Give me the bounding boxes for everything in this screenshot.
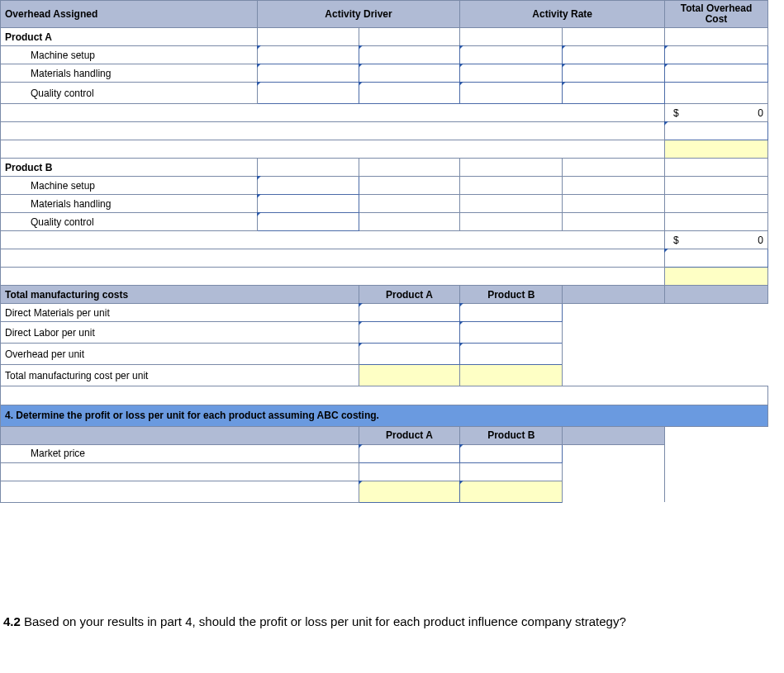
col-activity-rate: Activity Rate	[460, 1, 665, 28]
dollar-sym-b: $	[673, 235, 679, 246]
col-profit-blank2	[563, 426, 665, 444]
input-b-extra[interactable]	[665, 249, 768, 268]
col-profit-blank	[1, 426, 359, 444]
input-a-qc-rate1[interactable]	[460, 83, 563, 104]
row-a-materials-handling: Materials handling	[1, 64, 768, 83]
row-b-quality-control: Quality control	[1, 213, 768, 231]
input-b-ms-driver1[interactable]	[257, 177, 359, 195]
label-machine-setup-b: Machine setup	[1, 177, 258, 195]
row-a-machine-setup: Machine setup	[1, 46, 768, 64]
input-a-mh-total[interactable]	[665, 64, 768, 83]
col-total-mfg: Total manufacturing costs	[1, 286, 359, 304]
label-profit-result	[1, 481, 359, 502]
label-market-price: Market price	[1, 444, 359, 462]
result-profit-a[interactable]	[359, 481, 460, 502]
cell-a-qc-total	[665, 83, 768, 104]
col-mfg-blank1	[563, 286, 665, 304]
input-a-mh-rate2[interactable]	[563, 64, 665, 83]
input-mp-b[interactable]	[460, 444, 563, 462]
input-a-qc-rate2[interactable]	[563, 83, 665, 104]
row-b-yellow	[1, 268, 768, 286]
col-profit-a: Product A	[359, 426, 460, 444]
total-b-value: 0	[758, 235, 763, 246]
input-a-ms-driver2[interactable]	[359, 46, 460, 64]
input-a-mh-driver2[interactable]	[359, 64, 460, 83]
spacer	[1, 268, 665, 286]
input-b-mh-driver1[interactable]	[257, 195, 359, 213]
input-a-ms-total[interactable]	[665, 46, 768, 64]
input-oh-b[interactable]	[460, 344, 563, 365]
profit-header-row: Product A Product B	[1, 426, 768, 444]
question-4-2: 4.2 Based on your results in part 4, sho…	[3, 614, 784, 628]
mfg-costs-table: Total manufacturing costs Product A Prod…	[0, 285, 768, 405]
dollar-sym: $	[673, 107, 679, 119]
total-a-overhead: $ 0	[665, 104, 768, 122]
col-total-overhead-cost: Total Overhead Cost	[665, 1, 768, 28]
input-a-extra[interactable]	[665, 122, 768, 140]
input-dm-a[interactable]	[359, 304, 460, 322]
input-b-qc-driver1[interactable]	[257, 213, 359, 231]
label-materials-handling: Materials handling	[1, 64, 258, 83]
label-product-a: Product A	[1, 28, 258, 46]
label-direct-materials: Direct Materials per unit	[1, 304, 359, 322]
result-b-yellow	[665, 268, 768, 286]
cell-profit-blank-a	[359, 462, 460, 481]
section4-heading: 4. Determine the profit or loss per unit…	[1, 405, 768, 426]
row-a-quality-control: Quality control	[1, 83, 768, 104]
label-quality-control: Quality control	[1, 83, 258, 104]
input-a-mh-rate1[interactable]	[460, 64, 563, 83]
row-market-price: Market price	[1, 444, 768, 462]
col-overhead-assigned: Overhead Assigned	[1, 1, 258, 28]
input-a-qc-driver1[interactable]	[257, 83, 359, 104]
q42-text: Based on your results in part 4, should …	[21, 614, 626, 628]
row-product-a: Product A	[1, 28, 768, 46]
label-materials-handling-b: Materials handling	[1, 195, 258, 213]
row-a-blankinput	[1, 122, 768, 140]
label-profit-blank	[1, 462, 359, 481]
input-dl-b[interactable]	[460, 322, 563, 344]
row-a-subtotal: $ 0	[1, 104, 768, 122]
input-a-ms-rate2[interactable]	[563, 46, 665, 64]
spacer	[1, 104, 665, 122]
row-b-machine-setup: Machine setup	[1, 177, 768, 195]
total-b-overhead: $ 0	[665, 231, 768, 249]
col-activity-driver: Activity Driver	[257, 1, 460, 28]
col-mfg-b: Product B	[460, 286, 563, 304]
input-a-qc-driver2[interactable]	[359, 83, 460, 104]
col-mfg-blank2	[665, 286, 768, 304]
input-dl-a[interactable]	[359, 322, 460, 344]
result-tm-a	[359, 365, 460, 386]
row-b-blankinput	[1, 249, 768, 268]
total-a-value: 0	[758, 107, 763, 119]
row-b-subtotal: $ 0	[1, 231, 768, 249]
cell-profit-blank-b	[460, 462, 563, 481]
section4-row: 4. Determine the profit or loss per unit…	[1, 405, 768, 426]
input-a-mh-driver1[interactable]	[257, 64, 359, 83]
result-a-yellow	[665, 140, 768, 159]
row-a-yellow	[1, 140, 768, 159]
label-overhead-pu: Overhead per unit	[1, 344, 359, 365]
col-profit-b: Product B	[460, 426, 563, 444]
input-oh-a[interactable]	[359, 344, 460, 365]
input-a-ms-driver1[interactable]	[257, 46, 359, 64]
input-mp-a[interactable]	[359, 444, 460, 462]
row-direct-materials: Direct Materials per unit	[1, 304, 768, 322]
input-dm-b[interactable]	[460, 304, 563, 322]
row-gap	[1, 386, 768, 405]
row-b-materials-handling: Materials handling	[1, 195, 768, 213]
spacer	[1, 122, 665, 140]
label-machine-setup: Machine setup	[1, 46, 258, 64]
result-profit-b[interactable]	[460, 481, 563, 502]
section4-table: 4. Determine the profit or loss per unit…	[0, 405, 768, 503]
col-mfg-a: Product A	[359, 286, 460, 304]
row-product-b: Product B	[1, 159, 768, 177]
label-direct-labor: Direct Labor per unit	[1, 322, 359, 344]
result-tm-b	[460, 365, 563, 386]
label-product-b: Product B	[1, 159, 258, 177]
label-total-mfg-pu: Total manufacturing cost per unit	[1, 365, 359, 386]
spacer	[1, 231, 665, 249]
overhead-table: Overhead Assigned Activity Driver Activi…	[0, 0, 768, 286]
input-a-ms-rate1[interactable]	[460, 46, 563, 64]
q42-number: 4.2	[3, 614, 21, 628]
label-quality-control-b: Quality control	[1, 213, 258, 231]
